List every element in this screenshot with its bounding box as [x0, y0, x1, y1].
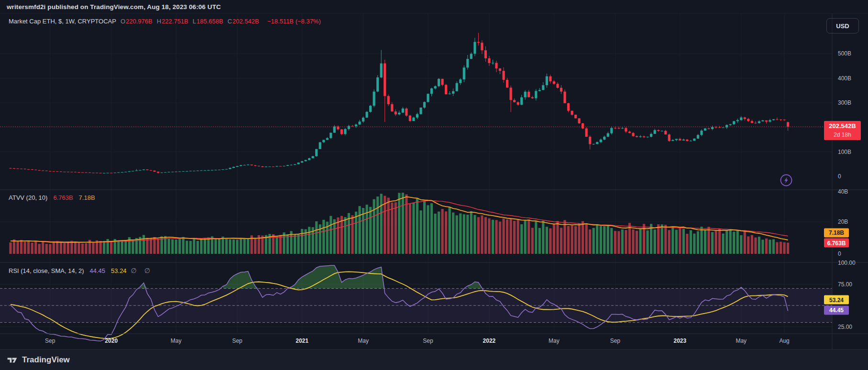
candle-body [251, 164, 253, 165]
candle-body [783, 120, 786, 120]
candle-body [563, 92, 566, 103]
atvv-value: 6.763B [53, 194, 73, 201]
volume-bar [297, 234, 300, 254]
candle-body [279, 166, 282, 166]
candle-body [189, 171, 192, 171]
candle-body [722, 128, 725, 128]
candle-body [164, 172, 166, 173]
chart-plot-area[interactable] [0, 0, 868, 370]
atvv-values: 6.763B7.18B [47, 194, 95, 201]
volume-bar [783, 242, 786, 254]
tradingview-snapshot: writersmfd2i published on TradingView.co… [0, 0, 868, 370]
volume-bar [175, 239, 177, 254]
candle-body [617, 128, 620, 129]
time-axis-label: May [736, 337, 747, 344]
volume-bar [617, 231, 620, 254]
volume-bar [229, 239, 231, 254]
candle-body [81, 172, 84, 173]
rsi-source-icons: ∅ ∅ [131, 267, 153, 274]
volume-bar [520, 224, 523, 254]
volume-bar [484, 217, 487, 254]
candle-body [197, 171, 199, 171]
volume-ma-slow-badge: 6.763B [824, 239, 849, 248]
volume-bar [45, 244, 48, 254]
candle-body [186, 171, 188, 172]
volume-bar [243, 239, 246, 254]
candle-body [268, 166, 271, 167]
volume-bar [466, 215, 469, 254]
candle-body [243, 165, 246, 165]
candle-body [376, 77, 379, 92]
volume-bar [204, 238, 206, 254]
candle-body [582, 123, 584, 129]
candle-body [477, 42, 480, 43]
candle-body [596, 142, 598, 144]
candle-body [85, 173, 87, 173]
volume-bar [20, 240, 22, 254]
time-axis-label: Sep [45, 337, 55, 344]
volume-bar [344, 217, 346, 254]
candle-body [384, 64, 386, 96]
candle-body [657, 130, 659, 131]
tradingview-logo-icon [7, 355, 18, 366]
volume-bar [495, 220, 497, 254]
tradingview-logo[interactable]: TradingView [7, 355, 70, 366]
rsi-legend[interactable]: RSI (14, close, SMA, 14, 2)44.4553.24∅ ∅ [9, 267, 153, 274]
volume-bar [117, 240, 120, 254]
candle-body [49, 171, 51, 172]
candle-body [13, 168, 15, 169]
volume-bar [513, 221, 516, 254]
volume-bar [776, 242, 778, 254]
candle-body [740, 118, 742, 120]
time-axis-label: 2021 [296, 337, 308, 344]
candle-body [679, 139, 681, 141]
volume-bar [236, 239, 239, 254]
candle-body [290, 165, 292, 165]
atvv-legend[interactable]: ATVV (20, 10)6.763B7.18B [9, 194, 95, 201]
volume-bar [668, 230, 670, 254]
candle-body [92, 173, 95, 173]
candle-body [275, 166, 278, 166]
candle-body [294, 164, 296, 164]
price-axis-label: 500B [838, 50, 851, 57]
candle-body [571, 111, 573, 115]
volume-bar [168, 239, 170, 254]
volume-bar [225, 239, 228, 254]
volume-bar [517, 219, 519, 254]
symbol-legend[interactable]: Market Cap ETH, $, 1W, CRYPTOCAPO220.976… [9, 18, 321, 25]
candle-body [463, 67, 465, 79]
volume-bar [772, 239, 775, 254]
candle-body [366, 112, 368, 118]
candle-body [747, 119, 749, 121]
candle-body [524, 92, 527, 98]
volume-bar [279, 235, 282, 254]
volume-bar [704, 229, 706, 254]
candle-body [254, 165, 256, 166]
candle-body [481, 43, 483, 50]
volume-bar [549, 229, 551, 254]
lightning-trade-icon[interactable] [780, 174, 793, 187]
candle-body [391, 104, 393, 111]
volume-bar [143, 235, 145, 254]
candle-body [225, 169, 228, 170]
candle-body [438, 79, 440, 86]
volume-bar [53, 241, 55, 254]
ohlc-key: O [121, 18, 125, 25]
volume-bar [17, 241, 19, 254]
candle-body [589, 137, 591, 144]
candle-body [682, 140, 685, 141]
volume-bar [430, 203, 433, 254]
candle-body [53, 171, 55, 172]
candle-body [322, 140, 325, 142]
volume-bar [567, 226, 570, 254]
candle-body [319, 142, 321, 149]
volume-bar [13, 239, 15, 254]
candle-body [258, 166, 260, 166]
volume-bar [434, 214, 437, 254]
volume-bar [56, 241, 58, 254]
candle-body [700, 131, 703, 135]
volume-bar [369, 207, 372, 254]
time-axis[interactable] [0, 334, 832, 349]
volume-bar [675, 230, 678, 254]
candle-body [780, 120, 782, 120]
